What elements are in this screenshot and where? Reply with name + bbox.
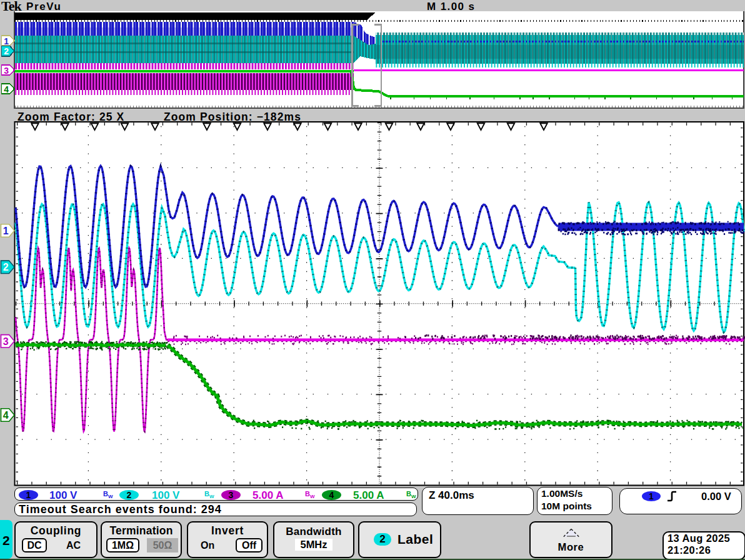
- svg-text:1: 1: [3, 226, 9, 236]
- svg-text:2: 2: [4, 46, 9, 56]
- svg-text:4: 4: [3, 410, 9, 421]
- svg-text:2: 2: [3, 262, 9, 272]
- svg-text:3: 3: [4, 66, 9, 76]
- svg-text:3: 3: [3, 336, 9, 347]
- svg-text:1: 1: [4, 36, 9, 46]
- svg-text:4: 4: [4, 84, 9, 94]
